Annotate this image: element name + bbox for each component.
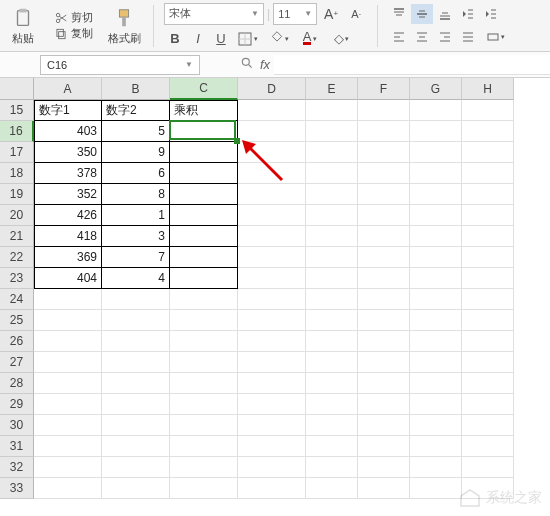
- row-header-33[interactable]: 33: [0, 478, 34, 499]
- cell-A30[interactable]: [34, 415, 102, 436]
- row-header-31[interactable]: 31: [0, 436, 34, 457]
- cell-B28[interactable]: [102, 373, 170, 394]
- cell-A32[interactable]: [34, 457, 102, 478]
- cell-H26[interactable]: [462, 331, 514, 352]
- cell-D29[interactable]: [238, 394, 306, 415]
- cell-E16[interactable]: [306, 121, 358, 142]
- cell-D15[interactable]: [238, 100, 306, 121]
- cell-E25[interactable]: [306, 310, 358, 331]
- cell-C22[interactable]: [170, 247, 238, 268]
- cell-B17[interactable]: 9: [102, 142, 170, 163]
- cell-F32[interactable]: [358, 457, 410, 478]
- cell-D26[interactable]: [238, 331, 306, 352]
- cell-G19[interactable]: [410, 184, 462, 205]
- cell-B21[interactable]: 3: [102, 226, 170, 247]
- cell-C20[interactable]: [170, 205, 238, 226]
- cell-A23[interactable]: 404: [34, 268, 102, 289]
- cell-F16[interactable]: [358, 121, 410, 142]
- cell-H28[interactable]: [462, 373, 514, 394]
- cell-C21[interactable]: [170, 226, 238, 247]
- cell-D28[interactable]: [238, 373, 306, 394]
- cell-G29[interactable]: [410, 394, 462, 415]
- cell-A17[interactable]: 350: [34, 142, 102, 163]
- cell-A29[interactable]: [34, 394, 102, 415]
- cell-G15[interactable]: [410, 100, 462, 121]
- cell-A20[interactable]: 426: [34, 205, 102, 226]
- cell-G17[interactable]: [410, 142, 462, 163]
- cell-F28[interactable]: [358, 373, 410, 394]
- cell-B19[interactable]: 8: [102, 184, 170, 205]
- cell-A28[interactable]: [34, 373, 102, 394]
- cell-F17[interactable]: [358, 142, 410, 163]
- cell-H29[interactable]: [462, 394, 514, 415]
- cell-E32[interactable]: [306, 457, 358, 478]
- cell-C30[interactable]: [170, 415, 238, 436]
- cell-C31[interactable]: [170, 436, 238, 457]
- align-top-button[interactable]: [388, 4, 410, 24]
- cell-A22[interactable]: 369: [34, 247, 102, 268]
- row-header-21[interactable]: 21: [0, 226, 34, 247]
- row-header-24[interactable]: 24: [0, 289, 34, 310]
- cell-G27[interactable]: [410, 352, 462, 373]
- align-middle-button[interactable]: [411, 4, 433, 24]
- cell-E18[interactable]: [306, 163, 358, 184]
- cell-H16[interactable]: [462, 121, 514, 142]
- cell-H17[interactable]: [462, 142, 514, 163]
- cell-E23[interactable]: [306, 268, 358, 289]
- cell-C33[interactable]: [170, 478, 238, 499]
- merge-button[interactable]: ▾: [480, 27, 510, 47]
- cell-C27[interactable]: [170, 352, 238, 373]
- cell-G26[interactable]: [410, 331, 462, 352]
- cell-A33[interactable]: [34, 478, 102, 499]
- cell-C19[interactable]: [170, 184, 238, 205]
- column-header-H[interactable]: H: [462, 78, 514, 100]
- fx-button[interactable]: fx: [260, 57, 270, 72]
- row-header-15[interactable]: 15: [0, 100, 34, 121]
- cell-C28[interactable]: [170, 373, 238, 394]
- cell-B27[interactable]: [102, 352, 170, 373]
- row-header-16[interactable]: 16: [0, 121, 34, 142]
- cell-D21[interactable]: [238, 226, 306, 247]
- cell-E28[interactable]: [306, 373, 358, 394]
- cell-D18[interactable]: [238, 163, 306, 184]
- cell-H31[interactable]: [462, 436, 514, 457]
- cell-F18[interactable]: [358, 163, 410, 184]
- cell-D30[interactable]: [238, 415, 306, 436]
- decrease-font-button[interactable]: A-: [345, 4, 367, 24]
- column-header-D[interactable]: D: [238, 78, 306, 100]
- cell-A16[interactable]: 403: [34, 121, 102, 142]
- cell-B22[interactable]: 7: [102, 247, 170, 268]
- cell-D20[interactable]: [238, 205, 306, 226]
- increase-font-button[interactable]: A+: [320, 4, 342, 24]
- cell-C18[interactable]: [170, 163, 238, 184]
- cell-F27[interactable]: [358, 352, 410, 373]
- select-all-corner[interactable]: [0, 78, 34, 100]
- cell-H23[interactable]: [462, 268, 514, 289]
- cell-B31[interactable]: [102, 436, 170, 457]
- cell-E27[interactable]: [306, 352, 358, 373]
- cell-H18[interactable]: [462, 163, 514, 184]
- cell-B32[interactable]: [102, 457, 170, 478]
- cell-C16[interactable]: [170, 121, 238, 142]
- justify-button[interactable]: [457, 27, 479, 47]
- font-name-combo[interactable]: 宋体 ▼: [164, 3, 264, 25]
- cell-H19[interactable]: [462, 184, 514, 205]
- cell-B23[interactable]: 4: [102, 268, 170, 289]
- cell-B29[interactable]: [102, 394, 170, 415]
- cell-H20[interactable]: [462, 205, 514, 226]
- cell-B33[interactable]: [102, 478, 170, 499]
- cell-D22[interactable]: [238, 247, 306, 268]
- cell-G33[interactable]: [410, 478, 462, 499]
- row-header-26[interactable]: 26: [0, 331, 34, 352]
- cell-G24[interactable]: [410, 289, 462, 310]
- align-right-button[interactable]: [434, 27, 456, 47]
- search-icon[interactable]: [240, 56, 254, 73]
- cell-A31[interactable]: [34, 436, 102, 457]
- cell-A18[interactable]: 378: [34, 163, 102, 184]
- cell-E31[interactable]: [306, 436, 358, 457]
- cell-D17[interactable]: [238, 142, 306, 163]
- cell-H22[interactable]: [462, 247, 514, 268]
- column-header-A[interactable]: A: [34, 78, 102, 100]
- cell-H32[interactable]: [462, 457, 514, 478]
- font-size-combo[interactable]: 11 ▼: [273, 3, 317, 25]
